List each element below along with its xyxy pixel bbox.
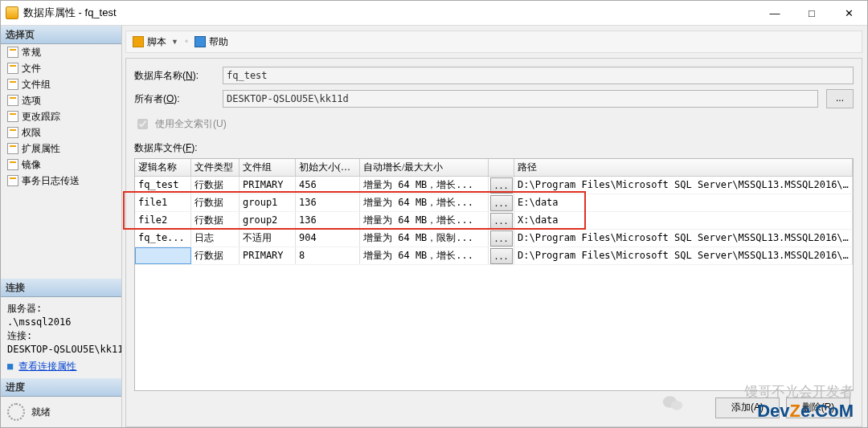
owner-label: 所有者(O):: [134, 92, 215, 106]
cell-file-type[interactable]: 行数据: [191, 194, 240, 211]
table-row[interactable]: file2行数据group2136增量为 64 MB，增长......X:\da…: [135, 212, 853, 230]
cell-initial-size[interactable]: 904: [296, 230, 360, 247]
sidebar-item-permissions[interactable]: 权限: [1, 124, 121, 141]
sidebar-item-label: 镜像: [22, 158, 41, 172]
remove-button[interactable]: 删除(R): [786, 397, 850, 418]
cell-file-group[interactable]: PRIMARY: [240, 177, 296, 194]
cell-file-group[interactable]: group1: [240, 194, 296, 211]
page-icon: [7, 143, 18, 154]
help-icon: [194, 36, 206, 47]
cell-autogrow-button[interactable]: ...: [489, 194, 514, 211]
cell-path[interactable]: D:\Program Files\Microsoft SQL Server\MS…: [514, 247, 853, 264]
cell-file-group[interactable]: 不适用: [240, 230, 296, 247]
database-icon: [6, 6, 18, 19]
sidebar-item-label: 事务日志传送: [22, 174, 80, 188]
cell-initial-size[interactable]: 456: [296, 177, 360, 194]
cell-path[interactable]: E:\data: [514, 194, 853, 211]
cell-path[interactable]: D:\Program Files\Microsoft SQL Server\MS…: [514, 177, 853, 194]
sidebar-item-mirroring[interactable]: 镜像: [1, 157, 121, 173]
cell-file-type[interactable]: 日志: [191, 230, 240, 247]
table-row[interactable]: 行数据PRIMARY8增量为 64 MB，增长......D:\Program …: [135, 247, 853, 265]
cell-initial-size[interactable]: 136: [296, 194, 360, 211]
cell-autogrow-button[interactable]: ...: [489, 212, 514, 229]
help-label: 帮助: [209, 35, 228, 49]
cell-file-type[interactable]: 行数据: [191, 247, 240, 264]
help-button[interactable]: 帮助: [190, 34, 233, 51]
fulltext-checkbox: [137, 119, 148, 129]
minimize-button[interactable]: —: [756, 1, 793, 25]
cell-path[interactable]: D:\Program Files\Microsoft SQL Server\MS…: [514, 230, 853, 247]
script-label: 脚本: [147, 35, 166, 49]
sidebar-item-general[interactable]: 常规: [1, 44, 121, 60]
db-files-table: 逻辑名称 文件类型 文件组 初始大小(MB) 自动增长/最大大小 路径 fq_t…: [134, 158, 854, 391]
cell-autogrow[interactable]: 增量为 64 MB，增长...: [360, 247, 489, 264]
col-autogrow-btn: [489, 159, 514, 176]
cell-autogrow-button[interactable]: ...: [489, 247, 514, 264]
col-logical-name[interactable]: 逻辑名称: [135, 159, 191, 176]
dbname-input: fq_test: [223, 67, 854, 84]
ellipsis-button[interactable]: ...: [490, 177, 513, 194]
cell-autogrow-button[interactable]: ...: [489, 177, 514, 194]
col-autogrow[interactable]: 自动增长/最大大小: [360, 159, 489, 176]
cell-autogrow[interactable]: 增量为 64 MB，增长...: [360, 177, 489, 194]
sidebar-item-options[interactable]: 选项: [1, 92, 121, 108]
cell-file-type[interactable]: 行数据: [191, 177, 240, 194]
cell-autogrow[interactable]: 增量为 64 MB，增长...: [360, 194, 489, 211]
window-title: 数据库属性 - fq_test: [23, 6, 756, 20]
cell-path[interactable]: X:\data: [514, 212, 853, 229]
maximize-button[interactable]: □: [793, 1, 830, 25]
cell-logical-name[interactable]: fq_test: [135, 177, 191, 194]
conn-label: 连接:: [7, 329, 115, 343]
close-button[interactable]: ✕: [830, 1, 867, 25]
cell-initial-size[interactable]: 136: [296, 212, 360, 229]
cell-logical-name[interactable]: fq_te...: [135, 230, 191, 247]
ellipsis-button[interactable]: ...: [490, 195, 513, 211]
cell-file-type[interactable]: 行数据: [191, 212, 240, 229]
ellipsis-button[interactable]: ...: [490, 213, 513, 229]
sidebar-item-filegroups[interactable]: 文件组: [1, 76, 121, 92]
table-row[interactable]: file1行数据group1136增量为 64 MB，增长......E:\da…: [135, 194, 853, 212]
page-icon: [7, 79, 18, 90]
cell-logical-name[interactable]: file1: [135, 194, 191, 211]
script-icon: [133, 36, 144, 47]
sidebar-item-logshipping[interactable]: 事务日志传送: [1, 173, 121, 189]
cell-logical-name[interactable]: file2: [135, 212, 191, 229]
cell-initial-size[interactable]: 8: [296, 247, 360, 264]
cell-autogrow-button[interactable]: ...: [489, 230, 514, 247]
page-icon: [7, 111, 18, 122]
sidebar-item-label: 权限: [22, 126, 41, 140]
owner-browse-button[interactable]: ...: [826, 89, 854, 108]
view-connection-props-link[interactable]: 查看连接属性: [18, 361, 76, 372]
chevron-down-icon: ▼: [171, 38, 178, 46]
cell-autogrow[interactable]: 增量为 64 MB，增长...: [360, 212, 489, 229]
cell-autogrow[interactable]: 增量为 64 MB，限制...: [360, 230, 489, 247]
col-initial-size[interactable]: 初始大小(MB): [296, 159, 360, 176]
ellipsis-button[interactable]: ...: [490, 248, 513, 264]
col-path[interactable]: 路径: [514, 159, 853, 176]
col-file-group[interactable]: 文件组: [240, 159, 296, 176]
sidebar-item-extendedprops[interactable]: 扩展属性: [1, 141, 121, 157]
page-icon: [7, 159, 18, 170]
conn-value: DESKTOP-QSLOU5E\kk11: [7, 343, 115, 357]
table-row[interactable]: fq_te...日志不适用904增量为 64 MB，限制......D:\Pro…: [135, 230, 853, 247]
cell-logical-name[interactable]: [135, 247, 191, 264]
table-row[interactable]: fq_test行数据PRIMARY456增量为 64 MB，增长......D:…: [135, 177, 853, 194]
sidebar-item-label: 常规: [22, 46, 41, 59]
page-icon: [7, 63, 18, 74]
sidebar-item-files[interactable]: 文件: [1, 60, 121, 76]
add-button[interactable]: 添加(A): [715, 397, 780, 418]
cell-file-group[interactable]: group2: [240, 212, 296, 229]
ellipsis-button[interactable]: ...: [490, 230, 513, 247]
progress-status: 就绪: [31, 406, 51, 419]
owner-input[interactable]: DESKTOP-QSLOU5E\kk11d: [223, 90, 818, 108]
sidebar-item-changetracking[interactable]: 更改跟踪: [1, 108, 121, 124]
svg-point-1: [671, 401, 682, 410]
select-page-header: 选择页: [1, 26, 121, 44]
spinner-icon: [7, 403, 25, 421]
script-button[interactable]: 脚本 ▼: [128, 34, 183, 51]
col-file-type[interactable]: 文件类型: [191, 159, 240, 176]
sidebar-item-label: 扩展属性: [22, 142, 60, 156]
cell-file-group[interactable]: PRIMARY: [240, 247, 296, 264]
sidebar-item-label: 文件组: [22, 78, 51, 92]
dbfiles-label: 数据库文件(F):: [134, 141, 854, 155]
